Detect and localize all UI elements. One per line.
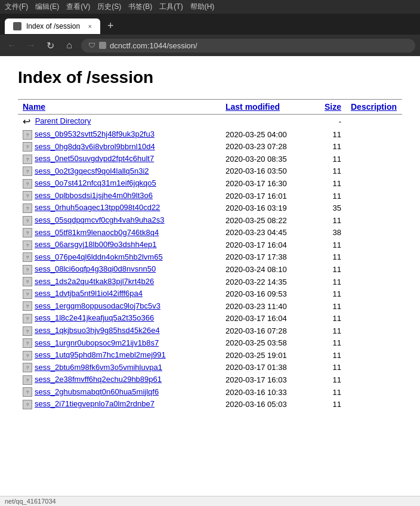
tab-favicon — [13, 22, 21, 30]
file-link[interactable]: sess_2btu6m98fk6vm3o5vmihluvpa1 — [35, 363, 162, 372]
col-header-modified[interactable]: Last modified — [221, 100, 316, 115]
menu-tools[interactable]: 工具(T) — [159, 2, 183, 12]
file-date: 2020-03-25 04:00 — [221, 128, 316, 141]
file-icon: ? — [23, 203, 32, 213]
file-date: 2020-03-16 03:50 — [221, 165, 316, 178]
file-icon: ? — [23, 228, 32, 237]
file-link[interactable]: sess_0o2t3gqecsf9qol4lallq5n3i2 — [35, 166, 149, 175]
file-icon: ? — [23, 400, 32, 409]
file-link[interactable]: sess_2ghubsmabqt0n60hua5mijlqf6 — [35, 387, 159, 396]
file-link[interactable]: sess_076pe4ql6lddn4okm5hb2lvm65 — [35, 252, 163, 261]
file-link[interactable]: sess_05tf81km9lenaocb0g746tk8q4 — [35, 228, 159, 237]
home-button[interactable]: ⌂ — [62, 38, 76, 53]
page-content: Index of /session Name Last modified Siz… — [0, 56, 420, 504]
parent-dir-link[interactable]: Parent Directory — [35, 116, 91, 125]
file-link[interactable]: sess_05sqdpqmcvf0cgh4vah9uha2s3 — [35, 215, 165, 224]
file-date: 2020-03-25 08:22 — [221, 214, 316, 227]
file-link[interactable]: sess_0plbbosdsi1jsjhe4m0h9lt3o6 — [35, 191, 153, 200]
file-desc — [346, 325, 402, 337]
file-desc — [346, 349, 402, 362]
file-date: 2020-03-20 08:35 — [221, 153, 316, 165]
file-date: 2020-03-16 07:28 — [221, 325, 316, 337]
tab-close-button[interactable]: × — [88, 23, 92, 30]
file-desc — [346, 263, 402, 276]
file-name-cell: ?sess_08lci6oqfp4g38qi0d8nvsnn50 — [18, 263, 221, 276]
menu-history[interactable]: 历史(S) — [97, 2, 121, 12]
file-size: 11 — [316, 398, 346, 411]
file-link[interactable]: sess_2e38fmvff6hq2echu29hb89p61 — [35, 375, 162, 384]
col-header-description[interactable]: Description — [346, 100, 402, 115]
file-date: 2020-03-17 16:03 — [221, 374, 316, 386]
file-size: 11 — [316, 288, 346, 300]
file-size: 11 — [316, 337, 346, 350]
file-name-cell: ?sess_1urgnr0ubopsoc9m21ijv1b8s7 — [18, 337, 221, 350]
col-header-name[interactable]: Name — [18, 100, 221, 115]
parent-dir-desc — [346, 115, 402, 129]
status-text: net/qq_41617034 — [5, 498, 56, 504]
file-date: 2020-03-17 16:01 — [221, 190, 316, 202]
file-name-cell: ?sess_1utq95phd8m7hc1mebl2mej991 — [18, 349, 221, 362]
file-link[interactable]: sess_06arsgvj18lb00f9o3dshh4ep1 — [35, 240, 157, 249]
menu-help[interactable]: 帮助(H) — [190, 2, 215, 12]
file-size: 11 — [316, 362, 346, 374]
file-date: 2020-03-23 07:28 — [221, 141, 316, 153]
file-date: 2020-03-25 19:01 — [221, 349, 316, 362]
file-name-cell: ?sess_0o7st412nfcq31m1eif6jqkqo5 — [18, 177, 221, 190]
file-desc — [346, 190, 402, 202]
address-bar[interactable]: 🛡 dcnctf.com:1044/session/ — [81, 39, 415, 53]
table-row: ?sess_2btu6m98fk6vm3o5vmihluvpa12020-03-… — [18, 362, 402, 374]
file-link[interactable]: sess_0b9532svtt52hj48f9uk3p2fu3 — [35, 129, 155, 138]
file-icon: ? — [23, 301, 32, 311]
menu-bar: 文件(F) 编辑(E) 查看(V) 历史(S) 书签(B) 工具(T) 帮助(H… — [0, 0, 420, 14]
table-row: ?sess_08lci6oqfp4g38qi0d8nvsnn502020-03-… — [18, 263, 402, 276]
table-row: ?sess_1ds2a2qu4tkak83pjl7krt4b262020-03-… — [18, 276, 402, 288]
reload-button[interactable]: ↻ — [43, 38, 57, 53]
file-icon: ? — [23, 179, 32, 189]
file-size: 11 — [316, 165, 346, 178]
file-desc — [346, 386, 402, 399]
file-link[interactable]: sess_1dvtjba5nt9l1iol42ifff6pa4 — [35, 289, 143, 298]
file-link[interactable]: sess_0hg8dq3v6i8vbrol9bbrnl10d4 — [35, 142, 155, 151]
menu-bookmarks[interactable]: 书签(B) — [128, 2, 152, 12]
file-link[interactable]: sess_1ds2a2qu4tkak83pjl7krt4b26 — [35, 277, 154, 286]
file-link[interactable]: sess_1l8c2e41jkeafjuq5a2t35o366 — [35, 313, 154, 322]
file-table: Name Last modified Size Description ↩ Pa… — [18, 99, 402, 411]
new-tab-button[interactable]: + — [103, 17, 119, 35]
table-header-row: Name Last modified Size Description — [18, 100, 402, 115]
file-size: 38 — [316, 227, 346, 239]
table-row: ?sess_0o7st412nfcq31m1eif6jqkqo52020-03-… — [18, 177, 402, 190]
file-name-cell: ?sess_1dvtjba5nt9l1iol42ifff6pa4 — [18, 288, 221, 300]
file-icon: ? — [23, 142, 32, 152]
file-icon: ? — [23, 363, 32, 372]
file-link[interactable]: sess_1ergqm8oppusodac9loj7bc5v3 — [35, 301, 160, 310]
file-link[interactable]: sess_2i71tiegvepnlo7a0lm2rdnbe7 — [35, 399, 155, 408]
file-icon: ? — [23, 387, 32, 397]
file-link[interactable]: sess_0net50suvgdvpd2fpt4c6hult7 — [35, 154, 154, 163]
file-link[interactable]: sess_1utq95phd8m7hc1mebl2mej991 — [35, 350, 166, 359]
file-desc — [346, 227, 402, 239]
file-desc — [346, 374, 402, 386]
file-size: 11 — [316, 177, 346, 190]
file-link[interactable]: sess_0rhuh5oagec13tpp098t40cd22 — [35, 203, 160, 212]
back-button[interactable]: ← — [5, 38, 19, 53]
tab-active[interactable]: Index of /session × — [5, 18, 100, 34]
file-link[interactable]: sess_1qkjbsuo3hjv9g85hsd45k26e4 — [35, 326, 160, 335]
file-icon: ? — [23, 351, 32, 360]
file-size: 11 — [316, 276, 346, 288]
table-row: ?sess_076pe4ql6lddn4okm5hb2lvm652020-03-… — [18, 251, 402, 264]
file-icon: ? — [23, 375, 32, 385]
file-name-cell: ?sess_1ergqm8oppusodac9loj7bc5v3 — [18, 300, 221, 313]
file-link[interactable]: sess_1urgnr0ubopsoc9m21ijv1b8s7 — [35, 338, 159, 347]
file-name-cell: ?sess_0rhuh5oagec13tpp098t40cd22 — [18, 202, 221, 214]
file-link[interactable]: sess_0o7st412nfcq31m1eif6jqkqo5 — [35, 178, 156, 187]
menu-edit[interactable]: 编辑(E) — [35, 2, 59, 12]
forward-button[interactable]: → — [24, 38, 38, 53]
file-size: 11 — [316, 214, 346, 227]
file-link[interactable]: sess_08lci6oqfp4g38qi0d8nvsnn50 — [35, 264, 156, 273]
file-name-cell: ?sess_05tf81km9lenaocb0g746tk8q4 — [18, 227, 221, 239]
file-desc — [346, 312, 402, 325]
file-icon: ? — [23, 166, 32, 176]
menu-file[interactable]: 文件(F) — [5, 2, 28, 12]
menu-view[interactable]: 查看(V) — [66, 2, 90, 12]
col-header-size[interactable]: Size — [316, 100, 346, 115]
